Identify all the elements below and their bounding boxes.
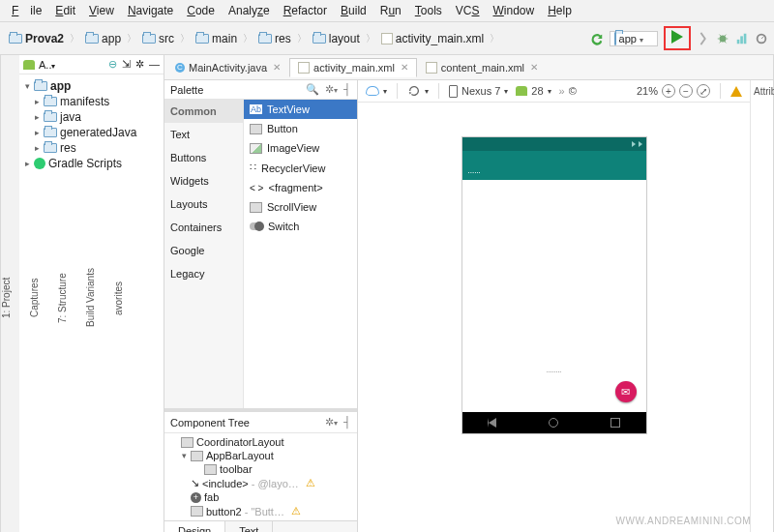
crumb-res[interactable]: res: [255, 31, 294, 46]
api-select[interactable]: 28 ▾: [516, 85, 551, 97]
settings-gear-icon[interactable]: ✲▾: [325, 83, 338, 96]
settings-gear-icon[interactable]: ✲: [135, 58, 144, 71]
settings-gear-icon[interactable]: ✲▾: [325, 416, 338, 429]
palette-cat-common[interactable]: Common: [164, 100, 243, 123]
palette-item-textview[interactable]: AbTextView: [244, 100, 357, 119]
design-surface-select[interactable]: ▾: [366, 86, 387, 96]
svg-rect-3: [744, 33, 747, 44]
tree-node-appbar[interactable]: ▾AppBarLayout: [168, 449, 353, 462]
tool-project-tab[interactable]: 1: Project: [1, 278, 12, 318]
run-config-select[interactable]: app ▾: [610, 31, 658, 46]
menu-tools[interactable]: Tools: [409, 2, 448, 19]
device-select[interactable]: Nexus 7 ▾: [449, 85, 508, 98]
palette-cat-google[interactable]: Google: [164, 239, 243, 262]
tab-activity-main-xml[interactable]: activity_main.xml✕: [289, 58, 417, 77]
palette-item-scrollview[interactable]: ScrollView: [244, 197, 357, 217]
tree-node-app[interactable]: ▾app: [21, 78, 162, 94]
profiler-icon[interactable]: [735, 32, 749, 45]
dock-icon[interactable]: ┤: [343, 416, 351, 429]
warnings-icon[interactable]: [730, 86, 742, 97]
palette-cat-buttons[interactable]: Buttons: [164, 146, 243, 169]
menu-refactor[interactable]: Refactor: [278, 2, 333, 19]
menu-vcs[interactable]: VCS: [450, 2, 486, 19]
menu-build[interactable]: Build: [335, 2, 372, 19]
attributes-panel-collapsed[interactable]: Attribute: [750, 80, 773, 532]
tree-node-include[interactable]: ↘<include> - @layo…⚠: [168, 476, 353, 490]
design-tab[interactable]: Design: [164, 521, 225, 532]
tree-node-gradle-scripts[interactable]: ▸Gradle Scripts: [21, 156, 162, 171]
menu-edit[interactable]: Edit: [49, 2, 81, 19]
tree-node-res[interactable]: ▸res: [21, 140, 162, 156]
tree-label: res: [60, 141, 76, 155]
crumb-label: activity_main.xml: [396, 32, 484, 45]
close-icon[interactable]: ✕: [401, 62, 408, 73]
folder-icon: [44, 128, 57, 137]
zoom-out-button[interactable]: −: [679, 84, 693, 98]
avd-manager-icon[interactable]: [755, 32, 768, 45]
expand-icon[interactable]: ⇲: [122, 58, 131, 71]
xml-file-icon: [381, 33, 393, 44]
theme-select[interactable]: »©: [559, 85, 577, 97]
run-button[interactable]: [664, 26, 691, 50]
tree-node-manifests[interactable]: ▸manifests: [21, 94, 162, 109]
sync-icon[interactable]: [590, 32, 604, 45]
menu-help[interactable]: Help: [542, 2, 578, 19]
tree-node-java[interactable]: ▸java: [21, 109, 162, 125]
recyclerview-icon: ∷: [250, 162, 256, 174]
palette-item-switch[interactable]: Switch: [244, 217, 357, 236]
palette-cat-legacy[interactable]: Legacy: [164, 262, 243, 285]
tool-structure-tab[interactable]: 7: Structure: [57, 273, 68, 323]
close-icon[interactable]: ✕: [273, 62, 281, 73]
menu-window[interactable]: Window: [487, 2, 540, 19]
palette-cat-widgets[interactable]: Widgets: [164, 169, 243, 192]
tool-build-variants-tab[interactable]: Build Variants: [85, 269, 96, 328]
preview-body: ········ ✉: [462, 180, 646, 412]
crumb-main[interactable]: main: [193, 31, 240, 46]
zoom-fit-button[interactable]: ⤢: [697, 84, 710, 98]
tool-favorites-tab[interactable]: avorites: [113, 281, 124, 315]
text-tab[interactable]: Text: [225, 521, 273, 532]
tool-captures-tab[interactable]: Captures: [29, 279, 40, 318]
tree-node-coordinator[interactable]: CoordinatorLayout: [168, 435, 353, 449]
close-icon[interactable]: ✕: [530, 62, 538, 73]
menu-code[interactable]: Code: [181, 2, 221, 19]
palette-item-button[interactable]: Button: [244, 119, 357, 138]
crumb-src[interactable]: src: [139, 31, 177, 46]
tree-node-button2[interactable]: button2 - "Butt…⚠: [168, 504, 353, 518]
menu-navigate[interactable]: Navigate: [122, 2, 179, 19]
menu-file[interactable]: File: [6, 2, 47, 19]
palette-item-fragment[interactable]: < ><fragment>: [244, 178, 357, 197]
palette-cat-containers[interactable]: Containers: [164, 216, 243, 239]
collapse-all-icon[interactable]: ⊖: [108, 58, 117, 71]
watermark: WWW.ANDREAMININI.COM: [616, 516, 751, 526]
crumb-project[interactable]: Prova2: [6, 31, 67, 46]
crumb-file[interactable]: activity_main.xml: [378, 31, 487, 46]
apply-changes-icon[interactable]: [697, 32, 710, 45]
menu-view[interactable]: View: [83, 2, 120, 19]
tree-node-generated-java[interactable]: ▸generatedJava: [21, 125, 162, 140]
tab-main-activity[interactable]: CMainActivity.java✕: [166, 58, 289, 77]
menu-analyze[interactable]: Analyze: [223, 2, 276, 19]
palette-item-recyclerview[interactable]: ∷RecyclerView: [244, 158, 357, 178]
debug-icon[interactable]: [716, 32, 729, 45]
crumb-layout[interactable]: layout: [310, 31, 363, 46]
switch-icon: [250, 222, 263, 230]
menu-run[interactable]: Run: [374, 2, 407, 19]
project-view-mode[interactable]: A..▾: [39, 59, 55, 71]
tab-content-main-xml[interactable]: content_main.xml✕: [417, 58, 547, 77]
tree-node-fab[interactable]: +fab: [168, 490, 353, 504]
xml-file-icon: [426, 62, 437, 74]
zoom-in-button[interactable]: +: [662, 84, 675, 98]
tree-node-toolbar[interactable]: toolbar: [168, 462, 353, 476]
gradle-icon: [34, 158, 45, 169]
search-icon[interactable]: 🔍: [306, 83, 319, 96]
orientation-select[interactable]: ▾: [407, 84, 429, 98]
tree-label: fab: [204, 491, 219, 503]
design-surface[interactable]: ······ ········ ✉: [358, 103, 750, 532]
palette-item-imageview[interactable]: ImageView: [244, 138, 357, 158]
crumb-app[interactable]: app: [82, 31, 124, 46]
hide-icon[interactable]: ―: [149, 58, 160, 71]
dock-icon[interactable]: ┤: [343, 83, 351, 96]
palette-cat-layouts[interactable]: Layouts: [164, 192, 243, 216]
palette-cat-text[interactable]: Text: [164, 123, 243, 146]
